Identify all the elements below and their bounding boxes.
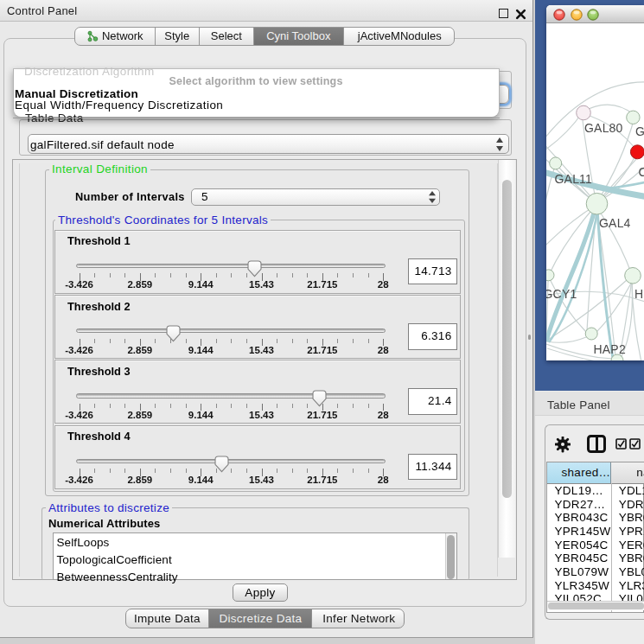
svg-text:GAL4: GAL4 <box>599 216 631 230</box>
svg-text:GAL80: GAL80 <box>584 121 623 135</box>
svg-text:C: C <box>639 165 644 179</box>
svg-text:HAP2: HAP2 <box>594 342 626 356</box>
svg-text:GCY1: GCY1 <box>546 287 577 301</box>
svg-text:H: H <box>634 287 643 301</box>
svg-text:GAL11: GAL11 <box>555 172 593 186</box>
svg-text:G.: G. <box>635 124 644 138</box>
